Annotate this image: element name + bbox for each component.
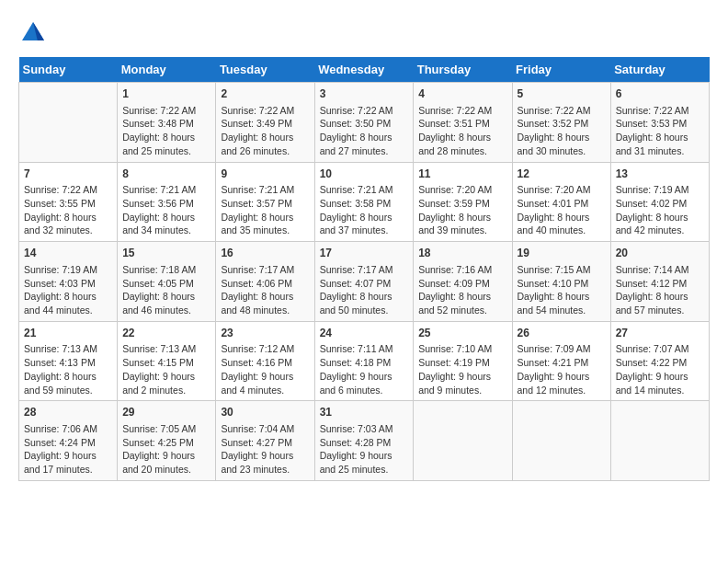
logo-icon bbox=[18, 18, 48, 48]
calendar-cell: 31Sunrise: 7:03 AMSunset: 4:28 PMDayligh… bbox=[314, 401, 414, 481]
calendar-cell: 16Sunrise: 7:17 AMSunset: 4:06 PMDayligh… bbox=[216, 242, 314, 322]
day-number: 3 bbox=[320, 86, 409, 102]
day-number: 5 bbox=[518, 86, 606, 102]
calendar-cell: 3Sunrise: 7:22 AMSunset: 3:50 PMDaylight… bbox=[314, 83, 414, 163]
day-info: Sunrise: 7:21 AMSunset: 3:57 PMDaylight:… bbox=[221, 183, 309, 237]
day-number: 23 bbox=[221, 326, 309, 341]
calendar-cell: 22Sunrise: 7:13 AMSunset: 4:15 PMDayligh… bbox=[118, 321, 216, 401]
week-row-4: 21Sunrise: 7:13 AMSunset: 4:13 PMDayligh… bbox=[19, 321, 710, 401]
day-number: 15 bbox=[122, 246, 210, 261]
day-number: 16 bbox=[221, 246, 309, 261]
day-info: Sunrise: 7:11 AMSunset: 4:18 PMDaylight:… bbox=[320, 342, 409, 396]
day-number: 22 bbox=[122, 326, 210, 341]
day-info: Sunrise: 7:21 AMSunset: 3:58 PMDaylight:… bbox=[320, 183, 409, 237]
calendar-cell bbox=[512, 401, 610, 481]
day-number: 12 bbox=[518, 167, 606, 182]
page-header bbox=[18, 18, 710, 48]
day-number: 7 bbox=[24, 167, 112, 182]
week-row-3: 14Sunrise: 7:19 AMSunset: 4:03 PMDayligh… bbox=[19, 242, 710, 322]
day-info: Sunrise: 7:06 AMSunset: 4:24 PMDaylight:… bbox=[24, 422, 112, 477]
calendar-cell: 2Sunrise: 7:22 AMSunset: 3:49 PMDaylight… bbox=[216, 83, 314, 163]
day-number: 11 bbox=[418, 167, 506, 182]
calendar-cell: 29Sunrise: 7:05 AMSunset: 4:25 PMDayligh… bbox=[118, 401, 216, 481]
calendar-cell: 25Sunrise: 7:10 AMSunset: 4:19 PMDayligh… bbox=[414, 321, 512, 401]
day-number: 4 bbox=[418, 86, 506, 102]
weekday-header-monday: Monday bbox=[118, 57, 216, 83]
calendar-cell: 20Sunrise: 7:14 AMSunset: 4:12 PMDayligh… bbox=[610, 242, 709, 322]
day-info: Sunrise: 7:22 AMSunset: 3:55 PMDaylight:… bbox=[24, 183, 112, 237]
calendar-cell: 24Sunrise: 7:11 AMSunset: 4:18 PMDayligh… bbox=[314, 321, 414, 401]
weekday-header-row: SundayMondayTuesdayWednesdayThursdayFrid… bbox=[19, 57, 710, 83]
day-number: 30 bbox=[221, 405, 309, 420]
calendar-cell: 18Sunrise: 7:16 AMSunset: 4:09 PMDayligh… bbox=[414, 242, 512, 322]
calendar-cell: 5Sunrise: 7:22 AMSunset: 3:52 PMDaylight… bbox=[512, 83, 610, 163]
day-info: Sunrise: 7:03 AMSunset: 4:28 PMDaylight:… bbox=[320, 422, 409, 477]
weekday-header-wednesday: Wednesday bbox=[314, 57, 414, 83]
calendar-cell: 14Sunrise: 7:19 AMSunset: 4:03 PMDayligh… bbox=[19, 242, 118, 322]
day-number: 21 bbox=[24, 326, 112, 341]
day-number: 8 bbox=[122, 167, 210, 182]
day-number: 18 bbox=[418, 246, 506, 261]
day-info: Sunrise: 7:15 AMSunset: 4:10 PMDaylight:… bbox=[518, 263, 606, 317]
day-info: Sunrise: 7:20 AMSunset: 3:59 PMDaylight:… bbox=[418, 183, 506, 237]
day-info: Sunrise: 7:21 AMSunset: 3:56 PMDaylight:… bbox=[122, 183, 210, 237]
day-info: Sunrise: 7:18 AMSunset: 4:05 PMDaylight:… bbox=[122, 263, 210, 317]
day-info: Sunrise: 7:16 AMSunset: 4:09 PMDaylight:… bbox=[418, 263, 506, 317]
calendar-cell: 15Sunrise: 7:18 AMSunset: 4:05 PMDayligh… bbox=[118, 242, 216, 322]
calendar-cell: 7Sunrise: 7:22 AMSunset: 3:55 PMDaylight… bbox=[19, 162, 118, 242]
calendar-cell bbox=[19, 83, 118, 163]
calendar-cell: 17Sunrise: 7:17 AMSunset: 4:07 PMDayligh… bbox=[314, 242, 414, 322]
weekday-header-saturday: Saturday bbox=[610, 57, 709, 83]
day-info: Sunrise: 7:22 AMSunset: 3:52 PMDaylight:… bbox=[518, 104, 606, 158]
day-info: Sunrise: 7:05 AMSunset: 4:25 PMDaylight:… bbox=[122, 422, 210, 477]
day-number: 17 bbox=[320, 246, 409, 261]
day-info: Sunrise: 7:22 AMSunset: 3:50 PMDaylight:… bbox=[320, 104, 409, 158]
week-row-1: 1Sunrise: 7:22 AMSunset: 3:48 PMDaylight… bbox=[19, 83, 710, 163]
day-number: 24 bbox=[320, 326, 409, 341]
day-info: Sunrise: 7:17 AMSunset: 4:07 PMDaylight:… bbox=[320, 263, 409, 317]
day-info: Sunrise: 7:22 AMSunset: 3:48 PMDaylight:… bbox=[122, 104, 210, 158]
day-info: Sunrise: 7:04 AMSunset: 4:27 PMDaylight:… bbox=[221, 422, 309, 477]
calendar-cell bbox=[414, 401, 512, 481]
calendar-cell: 8Sunrise: 7:21 AMSunset: 3:56 PMDaylight… bbox=[118, 162, 216, 242]
day-info: Sunrise: 7:17 AMSunset: 4:06 PMDaylight:… bbox=[221, 263, 309, 317]
day-info: Sunrise: 7:13 AMSunset: 4:13 PMDaylight:… bbox=[24, 342, 112, 396]
day-info: Sunrise: 7:22 AMSunset: 3:51 PMDaylight:… bbox=[418, 104, 506, 158]
calendar-cell: 10Sunrise: 7:21 AMSunset: 3:58 PMDayligh… bbox=[314, 162, 414, 242]
day-info: Sunrise: 7:19 AMSunset: 4:02 PMDaylight:… bbox=[616, 183, 704, 237]
day-number: 31 bbox=[320, 405, 409, 420]
calendar-cell: 21Sunrise: 7:13 AMSunset: 4:13 PMDayligh… bbox=[19, 321, 118, 401]
day-info: Sunrise: 7:22 AMSunset: 3:53 PMDaylight:… bbox=[616, 104, 704, 158]
day-number: 1 bbox=[122, 86, 210, 102]
weekday-header-sunday: Sunday bbox=[19, 57, 118, 83]
day-info: Sunrise: 7:19 AMSunset: 4:03 PMDaylight:… bbox=[24, 263, 112, 317]
day-number: 6 bbox=[616, 86, 704, 102]
calendar-cell: 12Sunrise: 7:20 AMSunset: 4:01 PMDayligh… bbox=[512, 162, 610, 242]
calendar-cell: 26Sunrise: 7:09 AMSunset: 4:21 PMDayligh… bbox=[512, 321, 610, 401]
calendar-cell: 19Sunrise: 7:15 AMSunset: 4:10 PMDayligh… bbox=[512, 242, 610, 322]
day-number: 25 bbox=[418, 326, 506, 341]
calendar-cell: 4Sunrise: 7:22 AMSunset: 3:51 PMDaylight… bbox=[414, 83, 512, 163]
day-number: 28 bbox=[24, 405, 112, 420]
day-info: Sunrise: 7:07 AMSunset: 4:22 PMDaylight:… bbox=[616, 342, 704, 396]
day-info: Sunrise: 7:13 AMSunset: 4:15 PMDaylight:… bbox=[122, 342, 210, 396]
calendar-cell: 28Sunrise: 7:06 AMSunset: 4:24 PMDayligh… bbox=[19, 401, 118, 481]
day-info: Sunrise: 7:14 AMSunset: 4:12 PMDaylight:… bbox=[616, 263, 704, 317]
calendar-cell: 30Sunrise: 7:04 AMSunset: 4:27 PMDayligh… bbox=[216, 401, 314, 481]
calendar-cell bbox=[610, 401, 709, 481]
calendar-table: SundayMondayTuesdayWednesdayThursdayFrid… bbox=[18, 57, 710, 481]
weekday-header-friday: Friday bbox=[512, 57, 610, 83]
day-number: 27 bbox=[616, 326, 704, 341]
weekday-header-tuesday: Tuesday bbox=[216, 57, 314, 83]
calendar-cell: 9Sunrise: 7:21 AMSunset: 3:57 PMDaylight… bbox=[216, 162, 314, 242]
day-number: 2 bbox=[221, 86, 309, 102]
day-number: 14 bbox=[24, 246, 112, 261]
day-number: 26 bbox=[518, 326, 606, 341]
day-info: Sunrise: 7:12 AMSunset: 4:16 PMDaylight:… bbox=[221, 342, 309, 396]
logo bbox=[18, 18, 51, 48]
calendar-cell: 6Sunrise: 7:22 AMSunset: 3:53 PMDaylight… bbox=[610, 83, 709, 163]
calendar-cell: 11Sunrise: 7:20 AMSunset: 3:59 PMDayligh… bbox=[414, 162, 512, 242]
calendar-cell: 13Sunrise: 7:19 AMSunset: 4:02 PMDayligh… bbox=[610, 162, 709, 242]
day-number: 19 bbox=[518, 246, 606, 261]
day-number: 29 bbox=[122, 405, 210, 420]
